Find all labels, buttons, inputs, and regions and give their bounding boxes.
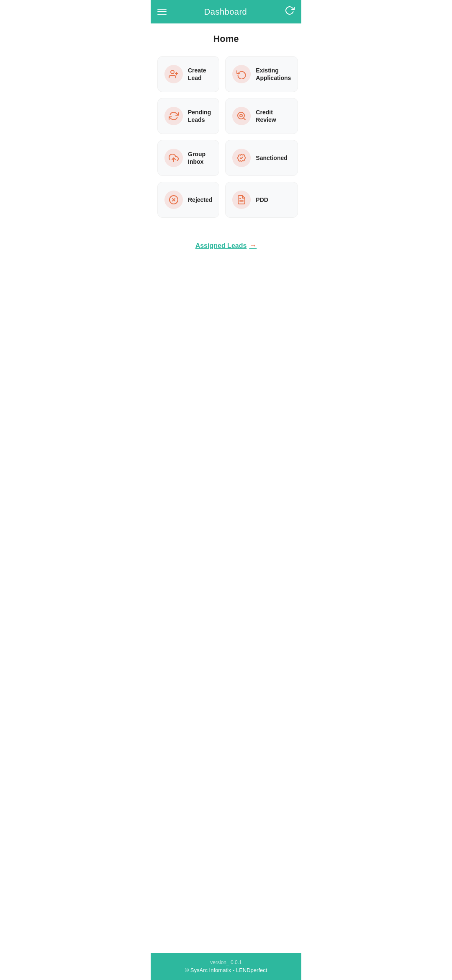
rejected-label: Rejected	[188, 196, 212, 204]
rejected-card[interactable]: Rejected	[157, 182, 219, 218]
pending-leads-card[interactable]: Pending Leads	[157, 98, 219, 134]
pdd-card[interactable]: PDD	[225, 182, 298, 218]
header: Dashboard	[151, 0, 301, 23]
assigned-leads-arrow: →	[249, 241, 257, 250]
credit-review-icon-wrap	[232, 107, 251, 125]
svg-point-5	[240, 114, 242, 117]
refresh-icon	[169, 111, 179, 121]
page-title-area: Home	[151, 23, 301, 49]
menu-button[interactable]	[157, 9, 167, 15]
group-inbox-icon-wrap	[164, 149, 183, 167]
existing-applications-icon-wrap	[232, 65, 251, 83]
document-list-icon	[236, 195, 247, 205]
assigned-leads-text: Assigned Leads	[195, 242, 247, 250]
credit-review-label: Credit Review	[256, 108, 291, 124]
rotate-ccw-icon	[236, 69, 247, 79]
x-circle-icon	[169, 195, 179, 205]
check-badge-icon	[236, 153, 247, 163]
group-inbox-label: Group Inbox	[188, 150, 212, 165]
refresh-icon[interactable]	[285, 5, 295, 18]
pending-leads-icon-wrap	[164, 107, 183, 125]
header-title: Dashboard	[204, 7, 247, 17]
sanctioned-icon-wrap	[232, 149, 251, 167]
svg-line-4	[244, 118, 245, 120]
credit-review-card[interactable]: Credit Review	[225, 98, 298, 134]
assigned-leads-area: Assigned Leads →	[151, 224, 301, 258]
page-title: Home	[157, 34, 295, 44]
existing-applications-label: Existing Applications	[256, 67, 291, 82]
upload-icon	[169, 153, 179, 163]
existing-applications-card[interactable]: Existing Applications	[225, 56, 298, 92]
user-plus-icon	[169, 69, 179, 79]
svg-point-0	[171, 70, 174, 74]
create-lead-card[interactable]: Create Lead	[157, 56, 219, 92]
assigned-leads-link[interactable]: Assigned Leads →	[195, 241, 257, 250]
sanctioned-card[interactable]: Sanctioned	[225, 140, 298, 176]
pending-leads-label: Pending Leads	[188, 108, 212, 124]
create-lead-icon-wrap	[164, 65, 183, 83]
pdd-icon-wrap	[232, 191, 251, 209]
sanctioned-label: Sanctioned	[256, 154, 287, 162]
group-inbox-card[interactable]: Group Inbox	[157, 140, 219, 176]
cards-grid: Create Lead Existing Applications Pen	[151, 49, 301, 224]
search-circle-icon	[236, 111, 247, 121]
pdd-label: PDD	[256, 196, 268, 204]
rejected-icon-wrap	[164, 191, 183, 209]
main-content: Home Create Lead Exis	[151, 23, 301, 296]
create-lead-label: Create Lead	[188, 67, 212, 82]
